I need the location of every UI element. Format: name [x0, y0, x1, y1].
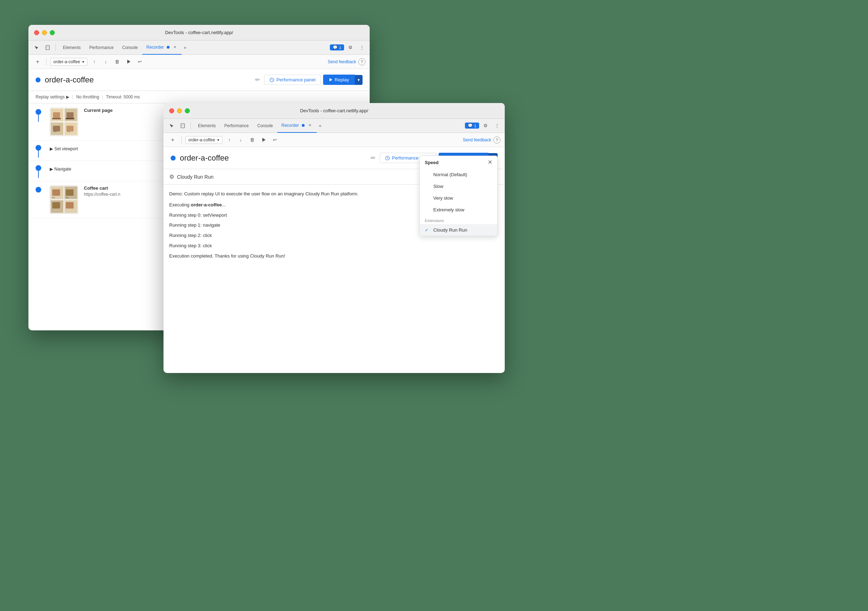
recording-dot-back	[36, 77, 40, 82]
dropdown-item-very-slow[interactable]: Very slow	[420, 192, 497, 204]
svg-rect-11	[53, 112, 60, 118]
delete-icon-back[interactable]: 🗑	[112, 57, 122, 67]
performance-panel-btn-back[interactable]: Performance panel	[264, 74, 321, 85]
minimize-button-back[interactable]	[42, 30, 47, 35]
dropdown-close-icon[interactable]: ✕	[488, 159, 492, 165]
minimize-button-front[interactable]	[177, 108, 182, 113]
replay-settings-label[interactable]: Replay settings ▶	[36, 94, 69, 99]
step-dot-4	[36, 187, 41, 193]
cursor-icon-front[interactable]	[166, 121, 176, 131]
title-bar-front: DevTools - coffee-cart.netlify.app/	[163, 103, 505, 119]
settings-icon-back[interactable]: ⚙	[346, 43, 355, 53]
recorder-toolbar-back: + order-a-coffee ▾ ↑ ↓ 🗑 ↩ Send feedback…	[28, 55, 370, 69]
close-button-back[interactable]	[34, 30, 39, 35]
svg-rect-25	[66, 189, 74, 196]
more-tabs-front[interactable]: »	[317, 122, 324, 130]
maximize-button-back[interactable]	[50, 30, 55, 35]
recording-title-front: order-a-coffee	[180, 153, 366, 163]
recording-dot-front	[170, 156, 175, 161]
help-icon-front[interactable]: ?	[493, 136, 501, 144]
tab-performance-back[interactable]: Performance	[85, 40, 118, 55]
tab-recorder-back[interactable]: Recorder ✕	[142, 40, 181, 55]
dropdown-item-extremely-slow[interactable]: Extremely slow	[420, 204, 497, 216]
more-tabs-back[interactable]: »	[181, 44, 188, 51]
send-feedback-front[interactable]: Send feedback	[463, 138, 491, 142]
recorder-tab-close-front[interactable]: ✕	[307, 123, 312, 128]
close-button-front[interactable]	[169, 108, 174, 113]
tab-recorder-front[interactable]: Recorder ✕	[277, 119, 317, 133]
dropdown-header: Speed ✕	[420, 156, 497, 169]
more-options-icon-back[interactable]: ⋮	[357, 43, 367, 53]
selector-chevron-back: ▾	[82, 59, 84, 64]
svg-rect-26	[52, 202, 60, 209]
tab-elements-front[interactable]: Elements	[194, 119, 220, 133]
more-options-icon-front[interactable]: ⋮	[492, 121, 502, 131]
step-screenshot-1: Buy Buy	[50, 108, 78, 136]
recording-selector-front[interactable]: order-a-coffee ▾	[185, 136, 223, 144]
replay-dropdown-back[interactable]: ▾	[355, 75, 363, 85]
replay-btn-back[interactable]: Replay	[323, 74, 355, 85]
help-icon-back[interactable]: ?	[358, 58, 366, 65]
edit-title-icon-back[interactable]: ✏	[255, 76, 260, 83]
tab-bar-back: Elements Performance Console Recorder ✕ …	[59, 40, 329, 55]
step-expand-navigate[interactable]: ▶ Navigate	[50, 164, 71, 175]
step3-line: Running step 3: click	[169, 242, 499, 250]
step-dot-2	[36, 145, 41, 151]
completed-line: Execution completed. Thanks for using Cl…	[169, 252, 499, 260]
send-feedback-back[interactable]: Send feedback	[328, 59, 356, 64]
edit-title-icon-front[interactable]: ✏	[371, 155, 375, 161]
maximize-button-front[interactable]	[185, 108, 190, 113]
device-icon[interactable]	[43, 43, 53, 53]
step-expand-viewport[interactable]: ▶ Set viewport	[50, 144, 78, 154]
toolbar-divider-front	[191, 122, 191, 129]
device-icon-front[interactable]	[178, 121, 188, 131]
import-icon-front[interactable]: ↓	[236, 135, 245, 145]
devtools-toolbar-front: Elements Performance Console Recorder ✕ …	[163, 119, 505, 133]
tab-bar-front: Elements Performance Console Recorder ✕ …	[194, 119, 463, 133]
toolbar-divider-1	[56, 44, 56, 51]
svg-rect-24	[52, 189, 60, 196]
export-icon-back[interactable]: ↑	[90, 57, 99, 67]
tab-performance-front[interactable]: Performance	[220, 119, 253, 133]
tab-elements-back[interactable]: Elements	[59, 40, 85, 55]
delete-icon-front[interactable]: 🗑	[247, 135, 257, 145]
tab-console-back[interactable]: Console	[118, 40, 142, 55]
expand-icon-viewport: ▶	[50, 146, 53, 151]
message-badge-back[interactable]: 💬1	[330, 45, 344, 50]
expand-icon-navigate: ▶	[50, 167, 53, 172]
step-dot-1	[36, 109, 41, 115]
play-icon-front[interactable]	[259, 135, 268, 145]
dropdown-item-normal[interactable]: Normal (Default)	[420, 169, 497, 181]
svg-text:Buy: Buy	[67, 130, 70, 133]
recording-selector-back[interactable]: order-a-coffee ▾	[50, 58, 87, 66]
cursor-icon[interactable]	[31, 43, 41, 53]
speed-dropdown: Speed ✕ Normal (Default) Slow Very slow …	[419, 156, 498, 236]
expand-settings-icon: ▶	[66, 94, 69, 99]
toolbar-divider-2	[46, 58, 46, 65]
dropdown-item-cloudy[interactable]: ✓ Cloudy Run Run	[420, 224, 497, 236]
add-recording-back[interactable]: +	[33, 57, 43, 67]
export-icon-front[interactable]: ↑	[225, 135, 234, 145]
executing-bold: order-a-coffee	[191, 202, 222, 207]
plugin-name-label: Cloudy Run Run	[177, 174, 214, 180]
add-recording-front[interactable]: +	[168, 135, 178, 145]
timeout-label: Timeout: 5000 ms	[106, 94, 140, 99]
recorder-tab-close-back[interactable]: ✕	[172, 45, 177, 50]
undo-icon-front[interactable]: ↩	[270, 135, 279, 145]
devtools-toolbar-back: Elements Performance Console Recorder ✕ …	[28, 40, 370, 55]
svg-marker-5	[330, 78, 332, 81]
message-badge-front[interactable]: 💬1	[465, 122, 479, 128]
undo-icon-back[interactable]: ↩	[135, 57, 144, 67]
step-line-2	[38, 151, 39, 158]
tab-console-front[interactable]: Console	[253, 119, 277, 133]
toolbar-right-front: 💬1 ⚙ ⋮	[465, 121, 502, 131]
svg-point-2	[167, 46, 169, 49]
dropdown-item-slow[interactable]: Slow	[420, 181, 497, 192]
extensions-section-label: Extensions	[420, 216, 497, 224]
play-icon-back[interactable]	[124, 57, 133, 67]
devtools-content-front: Elements Performance Console Recorder ✕ …	[163, 119, 505, 373]
settings-icon-front[interactable]: ⚙	[480, 121, 490, 131]
svg-rect-16	[66, 118, 74, 119]
import-icon-back[interactable]: ↓	[101, 57, 110, 67]
no-throttling-label: No throttling	[76, 94, 99, 99]
